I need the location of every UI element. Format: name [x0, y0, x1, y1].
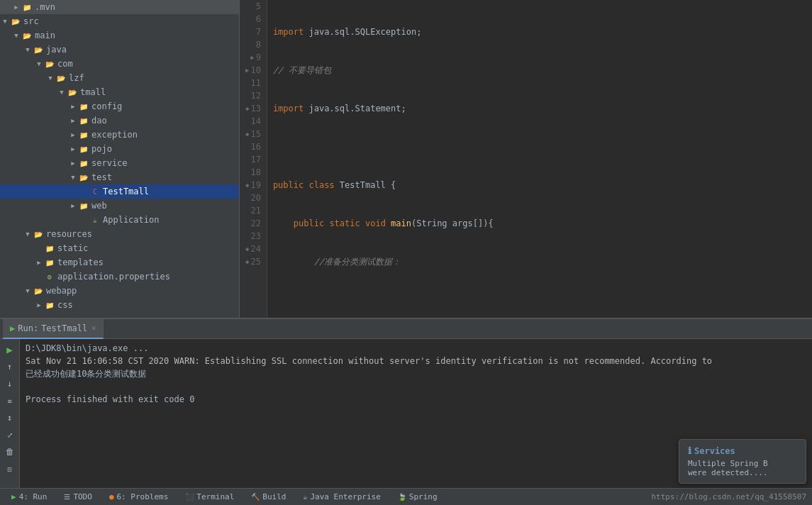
tree-arrow-webapp[interactable]: ▼ [23, 286, 33, 296]
tree-item-test[interactable]: ▼ 📂 test [0, 170, 239, 184]
tree-item-mvn[interactable]: ▶ 📁 .mvn [0, 0, 239, 14]
tree-label-dao: dao [91, 116, 107, 126]
line-num-5: 5 [245, 0, 261, 13]
status-tab-java-enterprise[interactable]: ☕ Java Enterprise [297, 489, 386, 506]
tree-arrow-com[interactable]: ▼ [34, 59, 44, 69]
status-tab-problems[interactable]: ● 6: Problems [104, 489, 174, 506]
tree-item-templates[interactable]: ▶ 📁 templates [0, 255, 239, 270]
tree-arrow-Application [79, 215, 89, 225]
tree-label-static: static [57, 243, 88, 253]
status-tab-spring[interactable]: 🍃 Spring [392, 489, 443, 506]
status-tab-todo[interactable]: ☰ TODO [58, 489, 98, 506]
run-clear-button[interactable]: 🗑 [2, 444, 18, 460]
tree-label-TestTmall: TestTmall [103, 187, 149, 196]
tree-item-java[interactable]: ▼ 📂 java [0, 43, 239, 57]
tree-arrow-java[interactable]: ▼ [23, 45, 33, 55]
tree-arrow-resources[interactable]: ▼ [23, 229, 33, 239]
tree-arrow-dao[interactable]: ▶ [68, 116, 78, 126]
tree-item-config[interactable]: ▶ 📁 config [0, 99, 239, 113]
tree-arrow-src[interactable]: ▼ [0, 16, 10, 26]
status-tab-java-enterprise-label: Java Enterprise [311, 492, 381, 501]
status-tab-todo-label: TODO [73, 492, 92, 501]
tree-arrow-exception[interactable]: ▶ [68, 130, 78, 140]
java-enterprise-icon: ☕ [303, 493, 307, 501]
tree-arrow-pojo[interactable]: ▶ [68, 144, 78, 154]
build-icon: 🔨 [251, 493, 260, 501]
line-num-7: 7 [245, 26, 261, 38]
run-tab-label: Run: [18, 323, 38, 333]
line-num-19: ◆19 [245, 179, 261, 192]
line-num-6: 6 [245, 13, 261, 26]
tree-item-application-properties[interactable]: ⚙ application.properties [0, 270, 239, 284]
file-tree[interactable]: ▶ 📁 .mvn ▼ 📂 src ▼ 📂 main ▼ 📂 java ▼ [0, 0, 240, 318]
tree-arrow-templates[interactable]: ▶ [34, 257, 44, 267]
tree-label-resources: resources [46, 229, 92, 239]
problems-icon: ● [109, 492, 114, 501]
run-up-button[interactable]: ↑ [2, 359, 18, 374]
tree-item-Application[interactable]: ☕ Application [0, 213, 239, 227]
code-line-12 [273, 294, 806, 306]
tree-arrow-config[interactable]: ▶ [68, 101, 78, 111]
run-down-button[interactable]: ↓ [2, 376, 18, 392]
tree-item-TestTmall[interactable]: C TestTmall [0, 184, 239, 199]
tree-label-java: java [46, 45, 67, 55]
code-line-10: public static void main(String args[]){ [273, 217, 806, 230]
tree-arrow-service[interactable]: ▶ [68, 158, 78, 168]
status-tab-terminal[interactable]: ⬛ Terminal [179, 489, 240, 506]
line-num-20: 20 [245, 192, 261, 204]
run-tab-close[interactable]: × [91, 324, 96, 332]
tree-arrow-main[interactable]: ▼ [11, 30, 21, 40]
tree-item-service[interactable]: ▶ 📁 service [0, 156, 239, 170]
tree-item-css[interactable]: ▶ 📁 css [0, 298, 239, 312]
code-line-5: import java.sql.SQLException; [273, 26, 806, 38]
run-play-button[interactable]: ▶ [2, 342, 18, 357]
tree-item-main[interactable]: ▼ 📂 main [0, 28, 239, 43]
tree-item-tmall[interactable]: ▼ 📂 tmall [0, 85, 239, 99]
line-num-21: 21 [245, 204, 261, 217]
tree-arrow-test[interactable]: ▼ [68, 172, 78, 182]
run-external-button[interactable]: ⤢ [2, 427, 18, 443]
status-tab-terminal-label: Terminal [196, 492, 234, 501]
tree-item-lzf[interactable]: ▼ 📂 lzf [0, 71, 239, 85]
line-num-18: 18 [245, 166, 261, 179]
run-tab-active[interactable]: ▶ Run: TestTmall × [3, 319, 104, 339]
tree-arrow-web[interactable]: ▶ [68, 201, 78, 211]
tree-label-templates: templates [57, 257, 104, 267]
tree-item-src[interactable]: ▼ 📂 src [0, 14, 239, 28]
output-line-1: D:\JDK8\bin\java.exe ... [26, 342, 806, 355]
spring-icon: 🍃 [398, 493, 406, 501]
tree-arrow-TestTmall [79, 187, 89, 196]
tree-arrow-css[interactable]: ▶ [34, 300, 44, 310]
line-numbers: 5 6 7 8 ▶9 ▶10 11 12 ◆13 14 ◆15 16 17 18… [240, 0, 267, 318]
tree-arrow-tmall[interactable]: ▼ [57, 87, 67, 97]
line-num-23: 23 [245, 230, 261, 243]
line-num-24: ◆24 [245, 243, 261, 255]
tree-item-webapp[interactable]: ▼ 📂 webapp [0, 284, 239, 298]
tree-arrow-mvn[interactable]: ▶ [11, 2, 21, 12]
tree-item-exception[interactable]: ▶ 📁 exception [0, 128, 239, 142]
tree-item-web[interactable]: ▶ 📁 web [0, 199, 239, 213]
folder-icon-tmall: 📂 [67, 87, 78, 98]
tree-item-dao[interactable]: ▶ 📁 dao [0, 113, 239, 128]
status-tab-spring-label: Spring [409, 492, 438, 501]
tree-arrow-static [34, 243, 44, 253]
tree-label-src: src [23, 16, 39, 26]
run-menu-button[interactable]: ≡ [2, 393, 18, 409]
status-tab-run[interactable]: ▶ 4: Run [6, 489, 52, 506]
tree-label-main: main [35, 30, 55, 40]
run-wrap-button[interactable]: ⊡ [2, 461, 18, 477]
tree-label-test: test [91, 172, 112, 182]
tree-item-com[interactable]: ▼ 📂 com [0, 57, 239, 71]
services-popup-body: Multiple Spring Bwere detected.... [688, 459, 797, 477]
tree-item-pojo[interactable]: ▶ 📁 pojo [0, 142, 239, 156]
tree-arrow-lzf[interactable]: ▼ [45, 73, 55, 83]
tree-item-resources[interactable]: ▼ 📂 resources [0, 227, 239, 241]
folder-icon-templates: 📁 [44, 257, 55, 268]
run-expand-button[interactable]: ↕ [2, 410, 18, 426]
folder-icon-src: 📂 [10, 16, 21, 27]
line-num-16: 16 [245, 140, 261, 153]
tree-item-static[interactable]: 📁 static [0, 241, 239, 255]
line-num-11: 11 [245, 77, 261, 89]
status-tab-problems-label: 6: Problems [117, 492, 169, 501]
status-tab-build[interactable]: 🔨 Build [245, 489, 291, 506]
